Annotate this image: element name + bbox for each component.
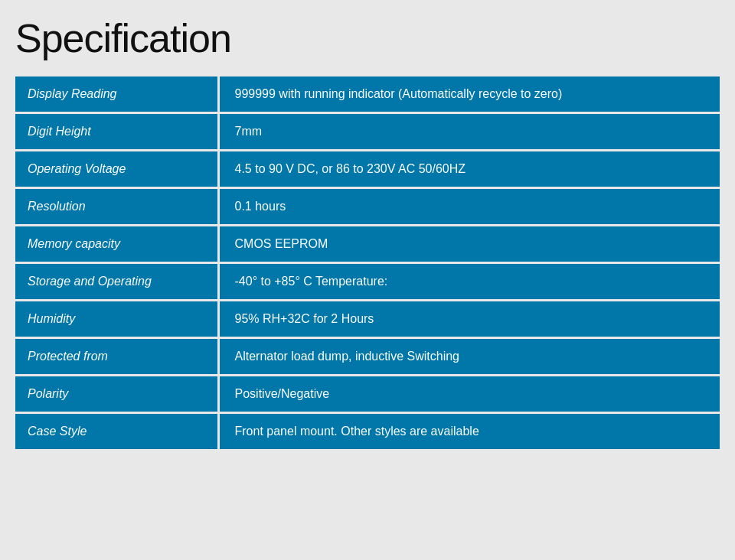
spec-value: 7mm	[218, 113, 720, 151]
table-row: Digit Height7mm	[15, 113, 720, 151]
spec-label: Digit Height	[15, 113, 218, 151]
spec-label: Resolution	[15, 188, 218, 226]
spec-value: CMOS EEPROM	[218, 226, 720, 263]
table-row: Protected fromAlternator load dump, indu…	[15, 338, 720, 376]
spec-value: Front panel mount. Other styles are avai…	[218, 413, 720, 451]
table-row: Resolution0.1 hours	[15, 188, 720, 226]
table-row: Case StyleFront panel mount. Other style…	[15, 413, 720, 451]
spec-value: 95% RH+32C for 2 Hours	[218, 301, 720, 338]
spec-value: 999999 with running indicator (Automatic…	[218, 77, 720, 113]
spec-label: Operating Voltage	[15, 151, 218, 188]
table-row: Storage and Operating-40° to +85° C Temp…	[15, 263, 720, 301]
table-row: Display Reading999999 with running indic…	[15, 77, 720, 113]
spec-value: 0.1 hours	[218, 188, 720, 226]
spec-label: Polarity	[15, 376, 218, 413]
table-row: Humidity95% RH+32C for 2 Hours	[15, 301, 720, 338]
specification-table: Display Reading999999 with running indic…	[15, 77, 720, 451]
page-title: Specification	[15, 15, 720, 61]
spec-label: Storage and Operating	[15, 263, 218, 301]
spec-value: Positive/Negative	[218, 376, 720, 413]
spec-label: Memory capacity	[15, 226, 218, 263]
spec-label: Case Style	[15, 413, 218, 451]
spec-label: Protected from	[15, 338, 218, 376]
spec-value: 4.5 to 90 V DC, or 86 to 230V AC 50/60HZ	[218, 151, 720, 188]
spec-label: Display Reading	[15, 77, 218, 113]
spec-label: Humidity	[15, 301, 218, 338]
spec-value: -40° to +85° C Temperature:	[218, 263, 720, 301]
table-row: Operating Voltage4.5 to 90 V DC, or 86 t…	[15, 151, 720, 188]
spec-value: Alternator load dump, inductive Switchin…	[218, 338, 720, 376]
table-row: PolarityPositive/Negative	[15, 376, 720, 413]
table-row: Memory capacityCMOS EEPROM	[15, 226, 720, 263]
